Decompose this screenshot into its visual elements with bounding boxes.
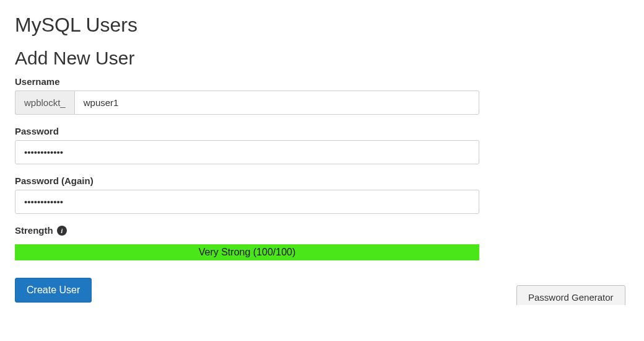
password-again-label: Password (Again) [15,175,629,186]
password-label: Password [15,126,629,136]
create-user-button[interactable]: Create User [15,278,92,303]
username-prefix: wpblockt_ [15,91,74,115]
section-title: MySQL Users [15,14,629,37]
username-label: Username [15,76,629,87]
password-generator-button[interactable]: Password Generator [516,285,625,305]
subsection-title: Add New User [15,48,629,69]
username-input[interactable] [74,91,479,115]
strength-label: Strength [15,225,53,236]
password-again-input[interactable] [15,190,479,214]
strength-text: Very Strong (100/100) [199,247,296,258]
password-input[interactable] [15,140,479,164]
info-icon[interactable]: i [57,226,67,236]
strength-bar: Very Strong (100/100) [15,244,479,260]
